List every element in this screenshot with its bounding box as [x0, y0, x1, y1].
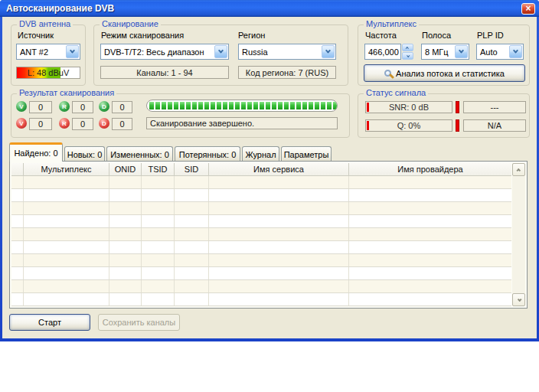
plp-label: PLP ID — [477, 31, 504, 40]
video-lost-icon: V — [16, 118, 27, 129]
channels-info-field: Каналы: 1 - 94 — [100, 66, 229, 79]
frequency-input[interactable]: 466,000 — [364, 44, 401, 60]
close-icon: × — [525, 3, 531, 14]
bandwidth-select[interactable]: 8 МГц — [421, 44, 469, 60]
header-provider-name[interactable]: Имя провайдера — [349, 163, 511, 175]
tab-parameters[interactable]: Параметры — [281, 146, 332, 162]
quality-meter: Q: 0% — [365, 119, 452, 132]
close-button[interactable]: × — [521, 3, 535, 15]
radio-lost-icon: R — [59, 118, 70, 129]
scan-mode-value: DVB-T/T2: Весь диапазон — [104, 47, 204, 57]
antenna-source-value: ANT #2 — [20, 47, 48, 57]
result-group: Результат сканирования V 0 R 0 D 0 V 0 R… — [11, 93, 350, 138]
tab-lost[interactable]: Потерянных: 0 — [175, 146, 240, 162]
table-header: Мультиплекс ONID TSID SID Имя сервиса Им… — [11, 163, 511, 176]
table-row[interactable] — [11, 293, 511, 306]
table-row[interactable] — [11, 202, 511, 215]
mux-group: Мультиплекс Частота Полоса PLP ID 466,00… — [358, 24, 530, 86]
screen: Автосканирование DVB × DVB антенна Источ… — [0, 0, 539, 392]
table-body — [11, 176, 511, 306]
scroll-down-icon[interactable] — [512, 293, 525, 306]
data-lost-count: 0 — [112, 118, 132, 130]
antenna-group: DVB антенна Источник ANT #2 L: 48 dBuV — [11, 24, 86, 86]
dialog-window: Автосканирование DVB × DVB антенна Источ… — [0, 0, 539, 341]
radio-found-icon: R — [59, 101, 70, 112]
data-found-icon: D — [99, 101, 109, 112]
chevron-down-icon[interactable] — [66, 45, 79, 58]
snr-level-bar — [367, 103, 369, 112]
data-found-count: 0 — [112, 101, 132, 113]
tab-found[interactable]: Найдено: 0 — [9, 142, 63, 162]
chevron-down-icon[interactable] — [455, 45, 468, 58]
table-row[interactable] — [11, 267, 511, 280]
result-group-title: Результат сканирования — [17, 88, 116, 97]
header-sid[interactable]: SID — [175, 163, 209, 175]
video-lost-count: 0 — [29, 118, 52, 130]
mux-group-title: Мультиплекс — [364, 19, 419, 28]
window-title: Автосканирование DVB — [6, 3, 114, 14]
signal-group-title: Статус сигнала — [364, 88, 428, 97]
chevron-down-icon[interactable] — [322, 45, 335, 58]
titlebar[interactable]: Автосканирование DVB × — [0, 0, 539, 17]
scan-group-title: Сканирование — [100, 19, 161, 28]
magnifier-icon — [384, 70, 391, 77]
table-row[interactable] — [11, 189, 511, 202]
dialog-client-area: DVB антенна Источник ANT #2 L: 48 dBuV С… — [2, 17, 537, 338]
scan-progress-bar — [146, 100, 338, 112]
table-row[interactable] — [11, 254, 511, 267]
scan-group: Сканирование Режим сканирования DVB-T/T2… — [93, 24, 348, 86]
table-row[interactable] — [11, 176, 511, 189]
frequency-value: 466,000 — [368, 47, 399, 57]
tab-changed[interactable]: Измененных: 0 — [106, 146, 173, 162]
radio-found-count: 0 — [72, 101, 93, 113]
header-tsid[interactable]: TSID — [142, 163, 175, 175]
tab-bar: Найдено: 0 Новых: 0 Измененных: 0 Потеря… — [9, 142, 332, 162]
scan-status-field: Сканирование завершено. — [146, 117, 338, 129]
save-channels-button[interactable]: Сохранить каналы — [98, 314, 180, 331]
start-button[interactable]: Старт — [9, 314, 90, 331]
scan-mode-label: Режим сканирования — [101, 31, 184, 40]
vertical-scrollbar[interactable] — [512, 163, 525, 306]
table-row[interactable] — [11, 280, 511, 293]
frequency-stepper — [402, 44, 413, 60]
tab-log[interactable]: Журнал — [242, 146, 279, 162]
stepper-down-icon[interactable] — [402, 52, 413, 60]
quality-level-bar — [367, 121, 369, 130]
header-onid[interactable]: ONID — [109, 163, 142, 175]
tab-new[interactable]: Новых: 0 — [64, 146, 105, 162]
chevron-down-icon[interactable] — [509, 45, 522, 58]
scroll-up-icon[interactable] — [512, 163, 525, 176]
header-multiplex[interactable]: Мультиплекс — [24, 163, 109, 175]
plp-value: Auto — [480, 47, 498, 57]
quality-value-field: N/A — [463, 119, 526, 132]
start-button-label: Старт — [38, 318, 61, 327]
plp-select[interactable]: Auto — [476, 44, 524, 60]
stepper-up-icon[interactable] — [402, 44, 413, 51]
table-row[interactable] — [11, 215, 511, 228]
channels-panel: Мультиплекс ONID TSID SID Имя сервиса Им… — [9, 161, 528, 309]
snr-label: SNR: 0 dB — [389, 103, 429, 112]
quality-peak-mark — [456, 119, 459, 132]
bandwidth-value: 8 МГц — [425, 47, 449, 57]
progress-bar-fill — [149, 102, 338, 109]
region-label: Регион — [238, 31, 265, 40]
region-select[interactable]: Russia — [238, 44, 336, 60]
signal-group: Статус сигнала SNR: 0 dB --- Q: 0% N/A — [358, 93, 530, 138]
snr-peak-mark — [456, 101, 459, 113]
analyze-button-label: Анализ потока и статистика — [396, 69, 505, 78]
region-code-field: Код региона: 7 (RUS) — [238, 66, 336, 79]
scan-mode-select[interactable]: DVB-T/T2: Весь диапазон — [100, 44, 229, 60]
header-service-name[interactable]: Имя сервиса — [209, 163, 349, 175]
table-row[interactable] — [11, 241, 511, 254]
header-icon-col[interactable] — [11, 163, 24, 175]
signal-level-text: L: 48 dBuV — [17, 67, 80, 78]
signal-level-meter: L: 48 dBuV — [16, 67, 80, 79]
chevron-down-icon[interactable] — [214, 45, 227, 58]
video-found-icon: V — [16, 101, 27, 112]
table-row[interactable] — [11, 228, 511, 241]
data-lost-icon: D — [99, 118, 109, 129]
radio-lost-count: 0 — [72, 118, 93, 130]
region-value: Russia — [242, 47, 268, 57]
antenna-source-select[interactable]: ANT #2 — [16, 44, 80, 60]
analyze-button[interactable]: Анализ потока и статистика — [364, 64, 525, 82]
